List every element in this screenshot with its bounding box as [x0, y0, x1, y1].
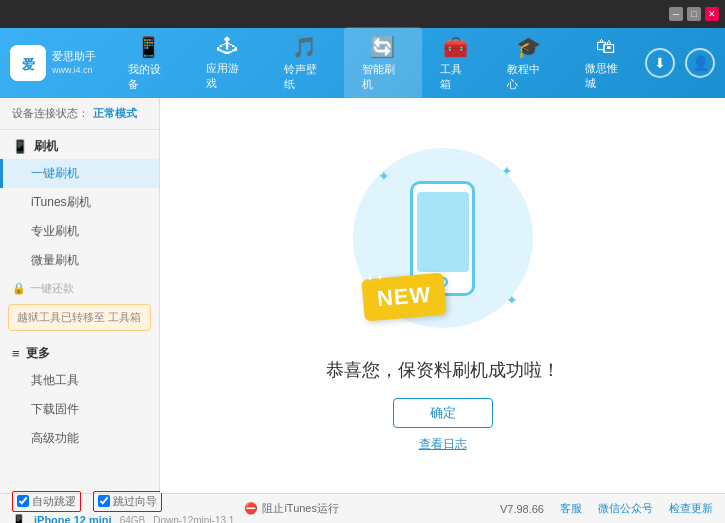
itunes-status: ⛔ 阻止iTunes运行 — [244, 501, 339, 516]
wechat-link[interactable]: 微信公众号 — [598, 501, 653, 516]
status-left: 自动跳逻 跳过向导 📱 iPhone 12 mini 64GB Down-12m… — [12, 491, 339, 524]
logo-text: 爱思助手 www.i4.cn — [52, 49, 96, 77]
nav-apps-games[interactable]: 🕹 应用游戏 — [188, 27, 266, 100]
sidebar-item-itunes-flash[interactable]: iTunes刷机 — [0, 188, 159, 217]
via-wizard-label: 跳过向导 — [113, 494, 157, 509]
nav-tutorials[interactable]: 🎓 教程中心 — [489, 27, 567, 100]
locked-label: 一键还款 — [30, 281, 74, 296]
nav-smart-flash[interactable]: 🔄 智能刷机 — [344, 27, 422, 100]
sparkle-icon-tr: ✦ — [501, 163, 513, 179]
nav-bar: 📱 我的设备 🕹 应用游戏 🎵 铃声壁纸 🔄 智能刷机 🧰 工具箱 🎓 教程中心… — [110, 27, 645, 100]
device-info-bar: 📱 iPhone 12 mini 64GB Down-12mini-13,1 — [12, 514, 234, 524]
sidebar-item-download-firmware[interactable]: 下载固件 — [0, 395, 159, 424]
version-label: V7.98.66 — [500, 503, 544, 515]
nav-weisi-store[interactable]: 🛍 微思惟城 — [567, 27, 645, 100]
flash-icon: 🔄 — [370, 35, 395, 59]
header-actions: ⬇ 👤 — [645, 48, 715, 78]
phone-screen — [417, 192, 469, 272]
nav-label: 铃声壁纸 — [284, 62, 326, 92]
checkbox-group: 自动跳逻 跳过向导 — [12, 491, 234, 512]
itunes-stop-icon: ⛔ — [244, 502, 258, 515]
device-firmware: Down-12mini-13,1 — [153, 515, 234, 524]
header: 爱 爱思助手 www.i4.cn 📱 我的设备 🕹 应用游戏 🎵 铃声壁纸 🔄 … — [0, 28, 725, 98]
connection-label: 设备连接状态： — [12, 106, 89, 121]
sidebar-section-flash[interactable]: 📱 刷机 — [0, 130, 159, 159]
auto-jump-label: 自动跳逻 — [32, 494, 76, 509]
success-message: 恭喜您，保资料刷机成功啦！ — [326, 358, 560, 382]
item-label: 其他工具 — [31, 373, 79, 387]
status-left-group: 自动跳逻 跳过向导 📱 iPhone 12 mini 64GB Down-12m… — [12, 491, 234, 524]
close-button[interactable]: ✕ — [705, 7, 719, 21]
sparkle-icon-br: ✦ — [506, 292, 518, 308]
connection-status-value: 正常模式 — [93, 106, 137, 121]
device-phone-icon: 📱 — [12, 514, 26, 524]
device-name: iPhone 12 mini — [34, 514, 112, 523]
auto-jump-checkbox[interactable]: 自动跳逻 — [12, 491, 81, 512]
item-label: 微量刷机 — [31, 253, 79, 267]
item-label: 专业刷机 — [31, 224, 79, 238]
sparkle-icon-tl: ✦ — [378, 168, 390, 184]
flash-section-icon: 📱 — [12, 139, 28, 154]
via-wizard-checkbox[interactable]: 跳过向导 — [93, 491, 162, 512]
svg-text:爱: 爱 — [22, 57, 35, 72]
device-icon: 📱 — [136, 35, 161, 59]
customer-service-link[interactable]: 客服 — [560, 501, 582, 516]
via-wizard-input[interactable] — [98, 495, 110, 507]
new-badge: ✦ ✦ NEW — [361, 272, 447, 321]
main-layout: 设备连接状态： 正常模式 📱 刷机 一键刷机 iTunes刷机 专业刷机 微量刷… — [0, 98, 725, 493]
more-icon: ≡ — [12, 346, 20, 361]
content-area: ✦ ✦ ✦ ✦ ✦ NEW 恭喜您，保资料刷机成功啦！ 确定 查看日志 — [160, 98, 725, 493]
status-right: V7.98.66 客服 微信公众号 检查更新 — [500, 501, 713, 516]
sidebar-section-more[interactable]: ≡ 更多 — [0, 337, 159, 366]
nav-label: 应用游戏 — [206, 61, 248, 91]
apps-icon: 🕹 — [217, 35, 237, 58]
sidebar: 设备连接状态： 正常模式 📱 刷机 一键刷机 iTunes刷机 专业刷机 微量刷… — [0, 98, 160, 493]
nav-label: 教程中心 — [507, 62, 549, 92]
store-icon: 🛍 — [596, 35, 616, 58]
nav-label: 工具箱 — [440, 62, 471, 92]
sidebar-locked-section: 🔒 一键还款 — [0, 275, 159, 300]
toolbox-icon: 🧰 — [443, 35, 468, 59]
notice-box: 越狱工具已转移至 工具箱 — [8, 304, 151, 331]
nav-label: 智能刷机 — [362, 62, 404, 92]
sidebar-item-pro-flash[interactable]: 专业刷机 — [0, 217, 159, 246]
logo-icon: 爱 — [10, 45, 46, 81]
titlebar: ─ □ ✕ — [0, 0, 725, 28]
sidebar-item-advanced[interactable]: 高级功能 — [0, 424, 159, 453]
sidebar-item-one-click-flash[interactable]: 一键刷机 — [0, 159, 159, 188]
nav-ringtones[interactable]: 🎵 铃声壁纸 — [266, 27, 344, 100]
maximize-button[interactable]: □ — [687, 7, 701, 21]
notice-text: 越狱工具已转移至 工具箱 — [17, 311, 141, 323]
phone-illustration: ✦ ✦ ✦ ✦ ✦ NEW — [343, 138, 543, 338]
nav-my-device[interactable]: 📱 我的设备 — [110, 27, 188, 100]
more-label: 更多 — [26, 345, 50, 362]
badge-stars: ✦ ✦ — [364, 272, 384, 285]
ringtones-icon: 🎵 — [292, 35, 317, 59]
device-storage: 64GB — [120, 515, 146, 524]
sidebar-item-other-tools[interactable]: 其他工具 — [0, 366, 159, 395]
connection-status-bar: 设备连接状态： 正常模式 — [0, 98, 159, 130]
nav-toolbox[interactable]: 🧰 工具箱 — [422, 27, 489, 100]
auto-jump-input[interactable] — [17, 495, 29, 507]
lock-icon: 🔒 — [12, 282, 26, 295]
account-button[interactable]: 👤 — [685, 48, 715, 78]
download-button[interactable]: ⬇ — [645, 48, 675, 78]
item-label: iTunes刷机 — [31, 195, 91, 209]
sidebar-section-label: 刷机 — [34, 138, 58, 155]
sidebar-item-micro-flash[interactable]: 微量刷机 — [0, 246, 159, 275]
itunes-status-label: 阻止iTunes运行 — [262, 501, 339, 516]
review-log-link[interactable]: 查看日志 — [419, 436, 467, 453]
item-label: 高级功能 — [31, 431, 79, 445]
tutorials-icon: 🎓 — [516, 35, 541, 59]
nav-label: 微思惟城 — [585, 61, 627, 91]
item-label: 下载固件 — [31, 402, 79, 416]
confirm-button[interactable]: 确定 — [393, 398, 493, 428]
check-update-link[interactable]: 检查更新 — [669, 501, 713, 516]
nav-label: 我的设备 — [128, 62, 170, 92]
logo: 爱 爱思助手 www.i4.cn — [10, 45, 110, 81]
item-label: 一键刷机 — [31, 166, 79, 180]
status-bar: 自动跳逻 跳过向导 📱 iPhone 12 mini 64GB Down-12m… — [0, 493, 725, 523]
badge-text: NEW — [375, 282, 431, 313]
minimize-button[interactable]: ─ — [669, 7, 683, 21]
